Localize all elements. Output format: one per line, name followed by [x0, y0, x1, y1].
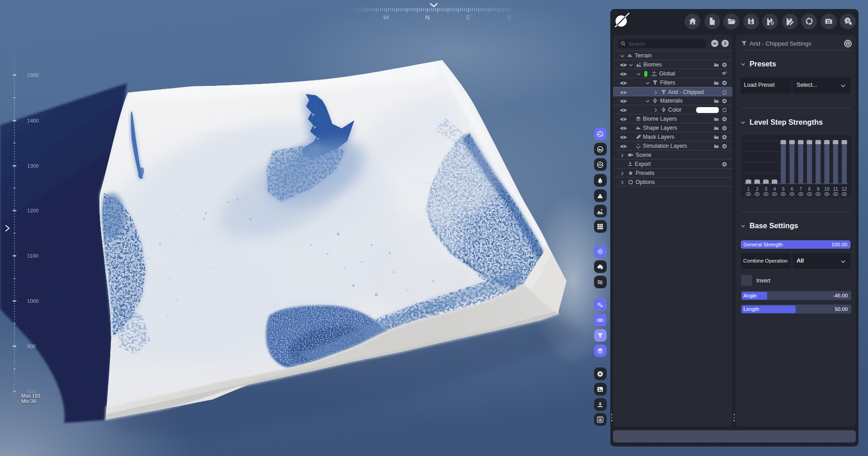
svg-text:?: ?	[846, 19, 849, 23]
svg-text:5: 5	[782, 186, 785, 192]
svg-text:2: 2	[756, 186, 759, 192]
svg-text:4: 4	[773, 186, 776, 192]
svg-text:7: 7	[799, 186, 802, 192]
svg-text:3: 3	[764, 186, 767, 192]
svg-text:9: 9	[817, 186, 820, 192]
svg-text:6: 6	[791, 186, 793, 192]
svg-text:12: 12	[842, 186, 847, 192]
svg-text:8: 8	[808, 186, 811, 192]
svg-text:1: 1	[747, 186, 750, 192]
svg-text:11: 11	[833, 186, 838, 192]
svg-text:10: 10	[824, 186, 830, 192]
